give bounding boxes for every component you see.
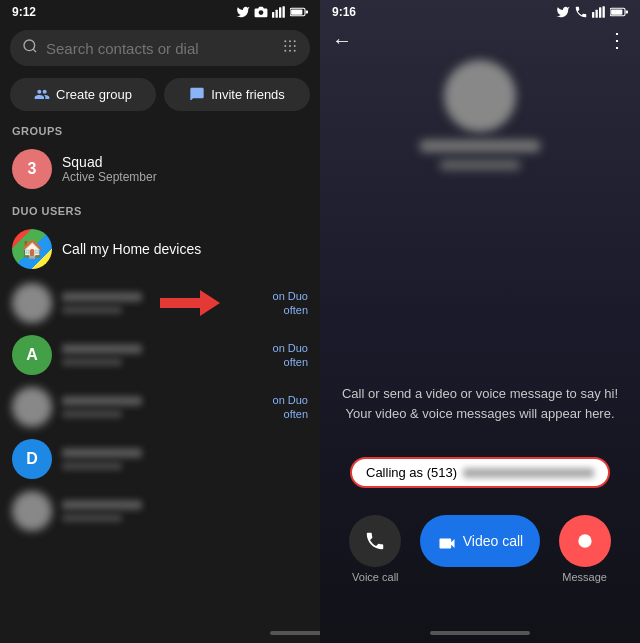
contact-name-5 bbox=[62, 500, 142, 510]
svg-point-17 bbox=[294, 50, 296, 52]
squad-status: Active September bbox=[62, 170, 157, 184]
right-panel: 9:16 ← ⋮ bbox=[320, 0, 640, 643]
action-buttons: Create group Invite friends bbox=[0, 72, 320, 117]
contact-avatar-3 bbox=[12, 387, 52, 427]
contact-item-3[interactable]: on Duooften bbox=[0, 381, 320, 433]
svg-point-8 bbox=[24, 40, 35, 51]
squad-avatar: 3 bbox=[12, 149, 52, 189]
invite-friends-button[interactable]: Invite friends bbox=[164, 78, 310, 111]
voice-call-button[interactable] bbox=[349, 515, 401, 567]
search-bar[interactable] bbox=[10, 30, 310, 66]
search-icon bbox=[22, 38, 38, 58]
contact-sub-2 bbox=[62, 358, 122, 366]
svg-rect-6 bbox=[291, 9, 302, 14]
svg-marker-18 bbox=[160, 290, 220, 316]
left-panel: 9:12 bbox=[0, 0, 320, 643]
svg-rect-7 bbox=[306, 11, 308, 14]
squad-info: Squad Active September bbox=[62, 154, 157, 184]
center-message: Call or send a video or voice message to… bbox=[340, 384, 620, 423]
contact-avatar-4: D bbox=[12, 439, 52, 479]
contact-avatar-2: A bbox=[12, 335, 52, 375]
group-icon bbox=[34, 86, 50, 103]
contact-sub-1 bbox=[62, 306, 122, 314]
contact-badge-2: on Duooften bbox=[273, 341, 308, 370]
contact-item-5[interactable] bbox=[0, 485, 320, 537]
contact-info-2 bbox=[62, 344, 263, 366]
svg-point-12 bbox=[284, 45, 286, 47]
svg-point-26 bbox=[578, 534, 591, 547]
contact-info-4 bbox=[62, 448, 308, 470]
voice-call-label: Voice call bbox=[352, 571, 398, 583]
twitter-icon-left bbox=[236, 5, 250, 19]
home-device-name: Call my Home devices bbox=[62, 241, 201, 257]
contact-sub-3 bbox=[62, 410, 122, 418]
contact-avatar-5 bbox=[12, 491, 52, 531]
svg-point-15 bbox=[284, 50, 286, 52]
contact-item-1[interactable]: on Duooften bbox=[0, 277, 320, 329]
time-left: 9:12 bbox=[12, 5, 36, 19]
calling-as-bar: Calling as (513) bbox=[350, 457, 610, 488]
contact-info-3 bbox=[62, 396, 263, 418]
bottom-actions: Voice call Video call x Message bbox=[320, 515, 640, 583]
svg-point-14 bbox=[294, 45, 296, 47]
invite-friends-label: Invite friends bbox=[211, 87, 285, 102]
dialpad-icon[interactable] bbox=[282, 38, 298, 58]
status-icons-left bbox=[236, 5, 308, 19]
svg-rect-1 bbox=[272, 12, 274, 18]
message-button[interactable] bbox=[559, 515, 611, 567]
contact-info-5 bbox=[62, 500, 308, 522]
right-top-bar: ← ⋮ bbox=[320, 0, 640, 60]
svg-point-10 bbox=[289, 40, 291, 42]
svg-point-11 bbox=[294, 40, 296, 42]
create-group-label: Create group bbox=[56, 87, 132, 102]
contact-name-3 bbox=[62, 396, 142, 406]
svg-point-13 bbox=[289, 45, 291, 47]
red-arrow bbox=[160, 288, 220, 318]
video-call-button[interactable]: Video call bbox=[420, 515, 540, 567]
duo-users-label: DUO USERS bbox=[0, 197, 320, 221]
contact-item-2[interactable]: A on Duooften bbox=[0, 329, 320, 381]
home-nav-left bbox=[270, 631, 320, 635]
home-icon: 🏠 bbox=[12, 229, 52, 269]
svg-point-0 bbox=[259, 10, 264, 15]
contact-avatar-1 bbox=[12, 283, 52, 323]
svg-point-9 bbox=[284, 40, 286, 42]
message-icon bbox=[575, 531, 595, 551]
contact-item-4[interactable]: D bbox=[0, 433, 320, 485]
groups-section-label: GROUPS bbox=[0, 117, 320, 141]
profile-sub bbox=[440, 160, 520, 170]
create-group-button[interactable]: Create group bbox=[10, 78, 156, 111]
svg-rect-2 bbox=[276, 10, 278, 18]
profile-name bbox=[420, 140, 540, 152]
home-device-item[interactable]: 🏠 Call my Home devices bbox=[0, 221, 320, 277]
status-bar-left: 9:12 bbox=[0, 0, 320, 24]
voice-call-action: Voice call bbox=[349, 515, 401, 583]
message-label: Message bbox=[562, 571, 607, 583]
contact-profile-area bbox=[320, 60, 640, 170]
videocam-icon bbox=[437, 533, 457, 549]
calling-number bbox=[463, 468, 594, 478]
video-call-action: Video call x bbox=[420, 515, 540, 583]
invite-icon bbox=[189, 86, 205, 103]
camera-icon-left bbox=[254, 5, 268, 19]
battery-icon-left bbox=[290, 7, 308, 17]
contact-name-1 bbox=[62, 292, 142, 302]
menu-button[interactable]: ⋮ bbox=[607, 28, 628, 52]
svg-point-16 bbox=[289, 50, 291, 52]
squad-group-item[interactable]: 3 Squad Active September bbox=[0, 141, 320, 197]
contact-badge-1: on Duooften bbox=[273, 289, 308, 318]
contact-name-4 bbox=[62, 448, 142, 458]
calling-as-label: Calling as (513) bbox=[366, 465, 457, 480]
squad-name: Squad bbox=[62, 154, 157, 170]
profile-avatar bbox=[444, 60, 516, 132]
contact-sub-4 bbox=[62, 462, 122, 470]
svg-rect-4 bbox=[283, 6, 285, 18]
back-button[interactable]: ← bbox=[332, 29, 352, 52]
phone-icon bbox=[364, 530, 386, 552]
home-device-info: Call my Home devices bbox=[62, 241, 201, 257]
contact-sub-5 bbox=[62, 514, 122, 522]
signal-icon-left bbox=[272, 6, 286, 18]
search-input[interactable] bbox=[46, 40, 274, 57]
video-call-label: Video call bbox=[463, 533, 523, 549]
svg-rect-3 bbox=[279, 7, 281, 17]
